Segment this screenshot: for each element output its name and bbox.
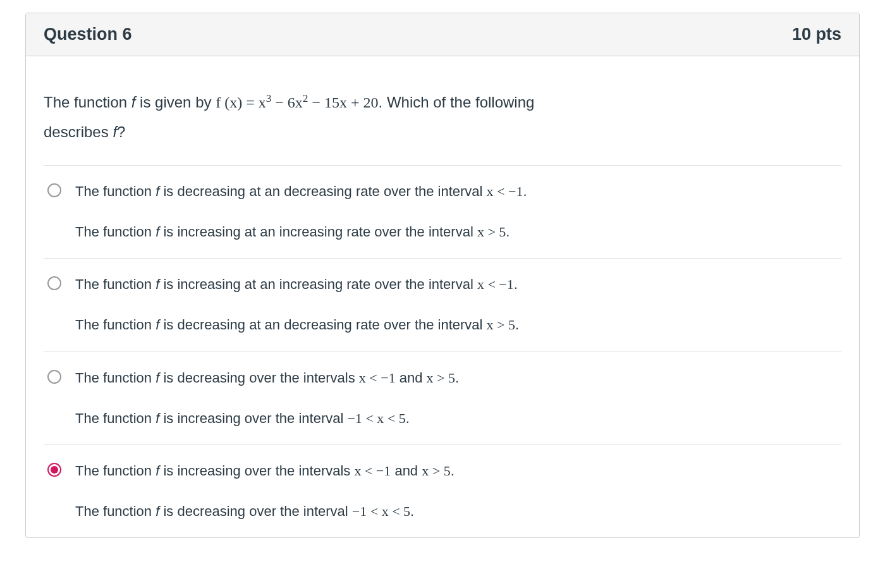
question-prompt: The function f is given by f (x) = x3 − … <box>44 75 841 165</box>
prompt-text: describes <box>44 123 113 140</box>
prompt-math: − 6x <box>271 94 303 111</box>
prompt-text: is given by <box>135 94 216 111</box>
prompt-text: The function <box>44 94 131 111</box>
prompt-math: − 15x + 20 <box>308 94 379 111</box>
answer-option[interactable]: The function f is increasing at an incre… <box>44 259 841 352</box>
prompt-math: f (x) = x <box>216 94 266 111</box>
prompt-text: ? <box>117 123 125 140</box>
prompt-exp: 2 <box>303 92 308 104</box>
question-card: Question 6 10 pts The function f is give… <box>25 13 860 538</box>
radio-icon[interactable] <box>47 276 61 290</box>
answer-option[interactable]: The function f is decreasing at an decre… <box>44 166 841 259</box>
question-header: Question 6 10 pts <box>26 13 859 56</box>
answer-text: The function f is decreasing over the in… <box>75 367 459 429</box>
answer-text: The function f is decreasing at an decre… <box>75 181 527 243</box>
question-points: 10 pts <box>792 25 841 44</box>
radio-icon[interactable] <box>47 183 61 197</box>
answer-text: The function f is increasing at an incre… <box>75 274 519 336</box>
answer-option[interactable]: The function f is decreasing over the in… <box>44 352 841 445</box>
answer-text: The function f is increasing over the in… <box>75 460 455 522</box>
prompt-text: . Which of the following <box>379 94 535 111</box>
question-title: Question 6 <box>44 25 132 44</box>
radio-icon[interactable] <box>47 370 61 384</box>
question-body: The function f is given by f (x) = x3 − … <box>26 56 859 537</box>
answer-option[interactable]: The function f is increasing over the in… <box>44 445 841 537</box>
radio-icon-selected[interactable] <box>47 463 61 477</box>
answers-list: The function f is decreasing at an decre… <box>44 165 841 537</box>
